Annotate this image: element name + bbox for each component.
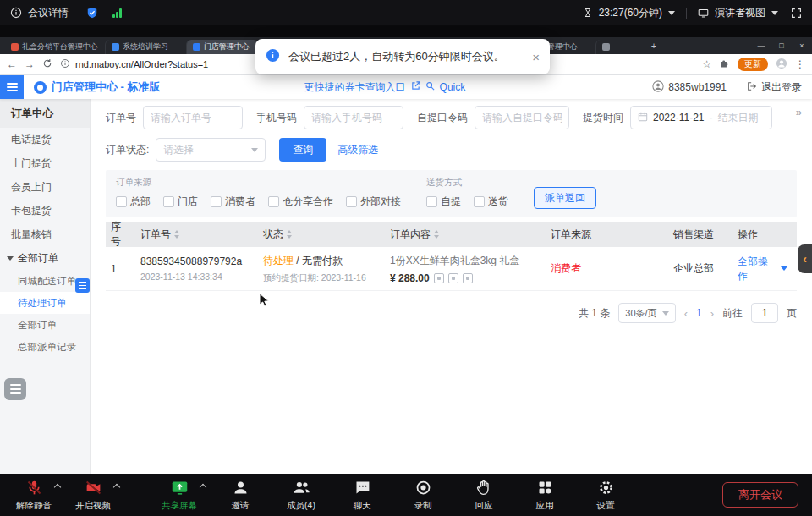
video-button[interactable]: 开启视频 — [74, 479, 112, 512]
browser-tab[interactable]: 系统培训学习 — [105, 40, 186, 54]
profile-avatar-icon[interactable] — [776, 58, 787, 72]
chat-button[interactable]: 聊天 — [343, 479, 381, 512]
search-button[interactable]: 查询 — [279, 138, 326, 162]
info-icon[interactable] — [10, 7, 22, 19]
sidebar-item-card-pickup[interactable]: 卡包提货 — [0, 199, 90, 222]
row-actions-dropdown[interactable]: 全部操作 — [732, 247, 793, 290]
mic-options-caret-icon[interactable] — [54, 483, 61, 490]
leave-meeting-button[interactable]: 离开会议 — [722, 482, 798, 508]
close-icon[interactable]: × — [792, 37, 812, 54]
forward-icon[interactable]: → — [25, 58, 35, 70]
checkbox-consumer[interactable]: 消费者 — [211, 195, 255, 209]
checkbox-store[interactable]: 门店 — [163, 195, 198, 209]
timer-icon — [583, 8, 593, 18]
record-button[interactable]: 录制 — [404, 479, 442, 512]
phone-input[interactable] — [304, 106, 403, 129]
bookmark-star-icon[interactable]: ☆ — [702, 58, 711, 70]
extensions-icon[interactable] — [719, 58, 730, 71]
sidebar-group-all-orders[interactable]: 全部订单 — [0, 246, 90, 270]
table-header: 序号 订单号 状态 订单内容 订单来源 销售渠道 操作 — [106, 222, 797, 247]
checkbox-external[interactable]: 外部对接 — [346, 195, 401, 209]
info-icon — [266, 48, 280, 65]
shield-icon[interactable] — [86, 7, 98, 19]
update-chip[interactable]: 更新 — [738, 58, 768, 71]
sidebar-item-all-orders[interactable]: 全部订单 — [0, 314, 90, 336]
menu-icon[interactable] — [0, 75, 24, 99]
fullscreen-icon[interactable] — [791, 8, 802, 19]
date-range-picker[interactable]: 2022-11-21 - 结束日期 — [630, 106, 772, 129]
video-options-caret-icon[interactable] — [113, 483, 120, 490]
side-panel-handle[interactable]: ‹ — [798, 244, 812, 273]
view-mode-caret-icon[interactable] — [771, 11, 778, 15]
minimize-icon[interactable]: — — [751, 37, 771, 54]
sort-icon[interactable] — [287, 230, 292, 239]
refresh-icon[interactable] — [42, 58, 52, 71]
apps-button[interactable]: 应用 — [526, 479, 563, 512]
members-button[interactable]: 成员(4) — [283, 479, 320, 512]
close-icon[interactable]: × — [532, 50, 540, 64]
browser-tab-active[interactable]: 门店管理中心 — [186, 40, 259, 54]
browser-tab[interactable] — [595, 40, 646, 54]
meeting-details-label[interactable]: 会议详情 — [28, 6, 69, 20]
back-icon[interactable]: ← — [7, 58, 17, 70]
timer-caret-icon[interactable] — [668, 11, 675, 15]
header-index: 序号 — [106, 220, 135, 249]
next-page-icon[interactable]: › — [710, 307, 714, 320]
share-screen-button[interactable]: 共享屏幕 — [161, 479, 198, 512]
date-end-placeholder: 结束日期 — [718, 111, 759, 125]
pickup-code-input[interactable] — [475, 106, 569, 129]
sidebar-item-hq-dispatch-records[interactable]: 总部派单记录 — [0, 336, 90, 358]
mic-off-icon — [25, 479, 43, 497]
pagination: 共 1 条 30条/页 ‹ 1 › 前往 页 — [106, 303, 797, 323]
browser-window: 礼盒分销平台管理中心 系统培训学习 门店管理中心 平台管理中心 + — □ × … — [0, 37, 812, 474]
advanced-filter-link[interactable]: 高级筛选 — [337, 143, 378, 157]
settings-button[interactable]: 设置 — [587, 479, 624, 512]
header-order-no[interactable]: 订单号 — [135, 228, 258, 242]
invite-button[interactable]: 邀请 — [222, 479, 259, 512]
site-info-icon[interactable] — [60, 58, 70, 71]
sidebar-collapse-handle[interactable] — [75, 278, 90, 293]
checkbox-share-coop[interactable]: 仓分享合作 — [268, 195, 333, 209]
chevron-down-icon — [781, 266, 787, 271]
sidebar-item-phone-pickup[interactable]: 电话提货 — [0, 128, 90, 151]
logout-button[interactable]: 退出登录 — [747, 80, 802, 95]
checkbox-delivery[interactable]: 送货 — [474, 195, 508, 209]
quick-entry-link[interactable]: 更快捷的券卡查询入口 — [304, 80, 406, 95]
quick-link-label[interactable]: Quick — [440, 81, 466, 93]
current-page[interactable]: 1 — [696, 307, 702, 319]
header-status[interactable]: 状态 — [258, 228, 385, 242]
external-link-icon[interactable] — [411, 81, 420, 93]
sidebar-item-member-visit[interactable]: 会员上门 — [0, 175, 90, 199]
collapse-panel-icon[interactable]: » — [796, 106, 802, 118]
dispatch-return-button[interactable]: 派单返回 — [534, 187, 596, 209]
header-content[interactable]: 订单内容 — [385, 228, 546, 242]
order-status-select[interactable]: 请选择 — [156, 138, 266, 162]
order-status-label: 订单状态: — [106, 143, 149, 157]
sidebar-item-pending-orders[interactable]: 待处理订单 — [0, 292, 90, 314]
mute-button[interactable]: 解除静音 — [15, 479, 52, 512]
sidebar-item-door-pickup[interactable]: 上门提货 — [0, 151, 90, 175]
search-icon[interactable] — [425, 81, 435, 93]
browser-menu-icon[interactable]: ⋮ — [795, 58, 805, 70]
maximize-icon[interactable]: □ — [771, 37, 792, 54]
sidebar-item-batch-verify[interactable]: 批量核销 — [0, 222, 90, 246]
chevron-down-icon — [251, 148, 258, 152]
prev-page-icon[interactable]: ‹ — [684, 307, 688, 320]
phone-label: 手机号码 — [256, 111, 297, 125]
order-no-input[interactable] — [143, 106, 243, 129]
page-size-select[interactable]: 30条/页 — [618, 303, 675, 323]
user-account[interactable]: 8385wb1991 — [652, 80, 727, 95]
new-tab-button[interactable]: + — [646, 41, 661, 51]
record-icon — [414, 479, 432, 497]
sort-icon[interactable] — [174, 230, 179, 239]
checkbox-self-pickup[interactable]: 自提 — [426, 195, 461, 209]
url-text: rnd.maboy.cn/AllOrder?status=1 — [75, 59, 208, 69]
checkbox-hq[interactable]: 总部 — [116, 195, 151, 209]
share-options-caret-icon[interactable] — [200, 483, 206, 490]
sort-icon[interactable] — [434, 230, 439, 239]
floating-widget-button[interactable] — [4, 378, 26, 400]
browser-tab[interactable]: 礼盒分销平台管理中心 — [5, 40, 105, 54]
view-mode-label[interactable]: 演讲者视图 — [715, 6, 765, 20]
goto-page-input[interactable] — [751, 303, 778, 323]
reaction-button[interactable]: 回应 — [465, 479, 502, 512]
